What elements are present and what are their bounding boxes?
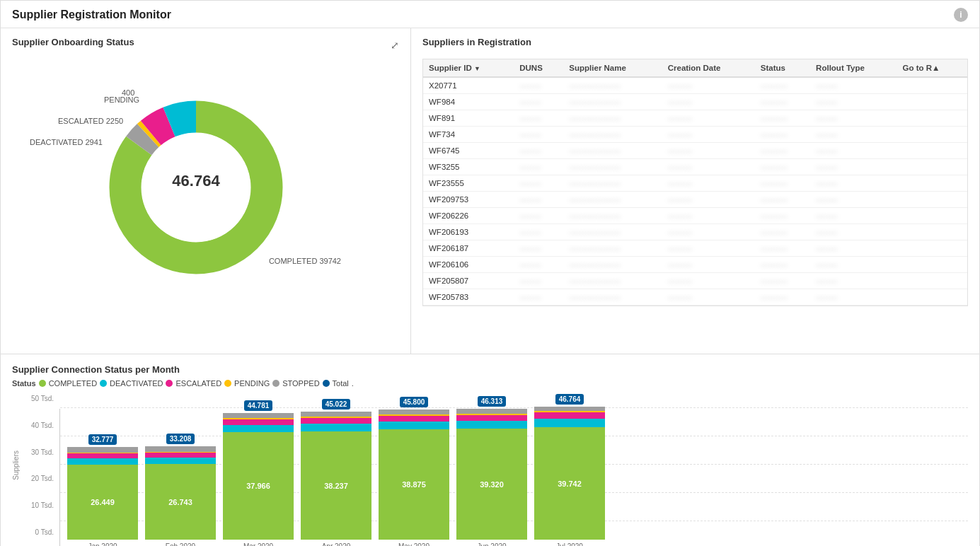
cell-go-to-r [897,192,967,208]
cell-creation-date: --------- [662,175,755,192]
y-axis-label: Suppliers [12,451,20,480]
col-go-to-r[interactable]: Go to R▲ [897,59,967,77]
cell-supplier-id: WF206106 [423,257,514,273]
table-row[interactable]: WF734 -------- ------------------- -----… [423,127,967,143]
suppliers-table: Supplier ID ▼ DUNS Supplier Name Creatio… [423,59,967,306]
col-duns[interactable]: DUNS [514,59,563,77]
cell-supplier-name: ------------------- [563,208,662,224]
bar-segment-completed: 26.449 [67,465,138,540]
cell-duns: -------- [514,224,563,240]
cell-duns: -------- [514,240,563,257]
cell-duns: -------- [514,273,563,289]
bar-completed-value: 38.237 [324,482,348,490]
table-row[interactable]: X20771 -------- ------------------- ----… [423,77,967,94]
bar-segment-pending [145,452,216,453]
cell-supplier-name: ------------------- [563,94,662,110]
bar-segment-stopped [456,409,527,414]
bar-segment-stopped [67,447,138,453]
bar-segment-stopped [301,412,371,417]
bar-x-label: Jul 2020 [556,542,583,546]
cell-creation-date: --------- [662,77,755,94]
col-creation-date[interactable]: Creation Date [662,59,755,77]
legend-dot-end: . [352,379,354,388]
bar-segment-deactivated [301,424,371,431]
cell-creation-date: --------- [662,127,755,143]
info-icon[interactable]: i [954,8,968,22]
cell-duns: -------- [514,192,563,208]
cell-status: ---------- [755,289,810,306]
onboarding-status-panel: Supplier Onboarding Status ⤢ [1,28,411,354]
cell-duns: -------- [514,127,563,143]
cell-status: ---------- [755,273,810,289]
table-row[interactable]: WF6745 -------- ------------------- ----… [423,143,967,159]
cell-rollout-type: -------- [810,110,897,127]
cell-status: ---------- [755,208,810,224]
bar-group: 46.31339.320Jun 2020 [456,396,527,546]
bar-x-label: Mar 2020 [243,542,273,546]
legend-stopped-label: STOPPED [282,379,319,388]
bar-stack: 39.320 [456,409,527,540]
legend-escalated-label: ESCALATED [175,379,221,388]
cell-status: ---------- [755,94,810,110]
cell-supplier-name: ------------------- [563,110,662,127]
bar-x-label: Jan 2020 [88,542,117,546]
col-rollout-type[interactable]: Rollout Type [810,59,897,77]
bar-stack: 37.966 [223,413,294,540]
cell-creation-date: --------- [662,289,755,306]
bar-stack: 26.449 [67,447,138,540]
bar-completed-value: 37.966 [246,482,270,490]
cell-supplier-name: ------------------- [563,77,662,94]
cell-supplier-name: ------------------- [563,159,662,175]
cell-duns: -------- [514,110,563,127]
cell-status: ---------- [755,77,810,94]
table-row[interactable]: WF3255 -------- ------------------- ----… [423,159,967,175]
cell-duns: -------- [514,257,563,273]
col-supplier-id[interactable]: Supplier ID ▼ [423,59,514,77]
table-row[interactable]: WF205783 -------- ------------------- --… [423,289,967,306]
table-row[interactable]: WF984 -------- ------------------- -----… [423,94,967,110]
bar-chart-title: Supplier Connection Status per Month [12,364,968,375]
cell-go-to-r [897,127,967,143]
bar-total-label: 46.313 [478,396,507,407]
table-row[interactable]: WF206226 -------- ------------------- --… [423,208,967,224]
col-status[interactable]: Status [755,59,810,77]
table-row[interactable]: WF891 -------- ------------------- -----… [423,110,967,127]
cell-supplier-id: WF209753 [423,192,514,208]
cell-rollout-type: -------- [810,224,897,240]
cell-supplier-id: WF23555 [423,175,514,192]
expand-icon[interactable]: ⤢ [391,40,399,51]
cell-duns: -------- [514,143,563,159]
cell-rollout-type: -------- [810,257,897,273]
bar-segment-completed: 39.742 [534,427,605,540]
table-row[interactable]: WF23555 -------- ------------------- ---… [423,175,967,192]
cell-supplier-id: WF3255 [423,159,514,175]
legend-deactivated-label: DEACTIVATED [110,379,163,388]
col-supplier-name[interactable]: Supplier Name [563,59,662,77]
cell-go-to-r [897,257,967,273]
cell-creation-date: --------- [662,257,755,273]
cell-duns: -------- [514,159,563,175]
legend-total-label: Total [333,379,349,388]
table-row[interactable]: WF209753 -------- ------------------- --… [423,192,967,208]
cell-duns: -------- [514,175,563,192]
table-row[interactable]: WF205807 -------- ------------------- --… [423,273,967,289]
cell-go-to-r [897,224,967,240]
cell-status: ---------- [755,127,810,143]
cell-supplier-id: WF205783 [423,289,514,306]
cell-rollout-type: -------- [810,273,897,289]
bar-segment-stopped [534,407,605,411]
bar-segment-deactivated [379,422,449,429]
table-row[interactable]: WF206187 -------- ------------------- --… [423,240,967,257]
suppliers-table-wrapper[interactable]: Supplier ID ▼ DUNS Supplier Name Creatio… [422,59,968,306]
y-axis-tick: 40 Tsd. [23,422,54,429]
bar-segment-stopped [223,413,294,418]
bar-segment-pending [456,414,527,415]
table-row[interactable]: WF206106 -------- ------------------- --… [423,257,967,273]
table-row[interactable]: WF206193 -------- ------------------- --… [423,224,967,240]
bars-area: 32.77726.449Jan 202033.20826.743Feb 2020… [59,409,968,546]
suppliers-registration-panel: Suppliers in Registration Supplier ID ▼ … [411,28,979,354]
bar-segment-deactivated [223,425,294,432]
cell-creation-date: --------- [662,159,755,175]
cell-go-to-r [897,143,967,159]
cell-creation-date: --------- [662,192,755,208]
